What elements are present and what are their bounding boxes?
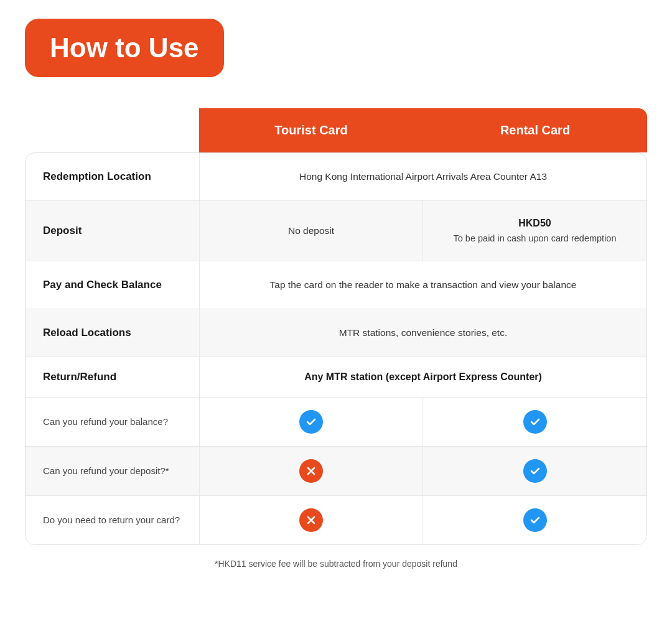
- sub-rental-1: [423, 447, 646, 495]
- pay-balance-row: Pay and Check Balance Tap the card on th…: [26, 261, 646, 309]
- sub-tourist-2: [200, 496, 423, 544]
- deposit-rental-content: HKD50 To be paid in cash upon card redem…: [454, 216, 617, 246]
- sub-label-0: Can you refund your balance?: [26, 398, 200, 446]
- footnote: *HKD11 service fee will be subtracted fr…: [25, 559, 647, 569]
- return-refund-header-row: Return/Refund Any MTR station (except Ai…: [26, 357, 646, 398]
- sub-rental-0: [423, 398, 646, 446]
- redemption-row: Redemption Location Hong Kong Internatio…: [26, 153, 646, 201]
- sub-row-0: Can you refund your balance?: [26, 398, 646, 447]
- reload-row: Reload Locations MTR stations, convenien…: [26, 309, 646, 357]
- rental-card-header: Rental Card: [423, 108, 647, 152]
- cross-icon-tourist-1: [299, 459, 323, 483]
- redemption-value: Hong Kong International Airport Arrivals…: [200, 153, 646, 200]
- sub-rental-2: [423, 496, 646, 544]
- column-headers: Tourist Card Rental Card: [25, 108, 647, 152]
- check-icon-rental-0: [523, 410, 547, 434]
- reload-value: MTR stations, convenience stories, etc.: [200, 309, 646, 357]
- sub-row-2: Do you need to return your card?: [26, 496, 646, 544]
- page-wrapper: How to Use Tourist Card Rental Card Rede…: [25, 19, 647, 614]
- sub-tourist-0: [200, 398, 423, 446]
- sub-label-1: Can you refund your deposit?*: [26, 447, 200, 495]
- sub-row-1: Can you refund your deposit?*: [26, 447, 646, 496]
- sub-tourist-1: [200, 447, 423, 495]
- cross-icon-tourist-2: [299, 508, 323, 532]
- page-title: How to Use: [25, 19, 224, 77]
- deposit-rental-value: HKD50 To be paid in cash upon card redem…: [423, 201, 646, 261]
- deposit-label: Deposit: [26, 201, 200, 261]
- deposit-tourist-value: No deposit: [200, 201, 423, 261]
- return-refund-label: Return/Refund: [26, 357, 200, 397]
- check-icon-rental-1: [523, 459, 547, 483]
- comparison-section: Tourist Card Rental Card Redemption Loca…: [25, 108, 647, 569]
- sub-label-2: Do you need to return your card?: [26, 496, 200, 544]
- deposit-rental-note: To be paid in cash upon card redemption: [454, 232, 617, 246]
- deposit-row: Deposit No deposit HKD50 To be paid in c…: [26, 201, 646, 261]
- deposit-rental-amount: HKD50: [518, 216, 551, 231]
- check-icon-rental-2: [523, 508, 547, 532]
- tourist-card-header: Tourist Card: [199, 108, 423, 152]
- return-refund-value: Any MTR station (except Airport Express …: [200, 357, 646, 397]
- pay-balance-value: Tap the card on the reader to make a tra…: [200, 261, 646, 309]
- col-empty: [25, 108, 199, 152]
- redemption-label: Redemption Location: [26, 153, 200, 200]
- comparison-table: Redemption Location Hong Kong Internatio…: [25, 152, 647, 545]
- reload-label: Reload Locations: [26, 309, 200, 357]
- check-icon-tourist-0: [299, 410, 323, 434]
- pay-balance-label: Pay and Check Balance: [26, 261, 200, 309]
